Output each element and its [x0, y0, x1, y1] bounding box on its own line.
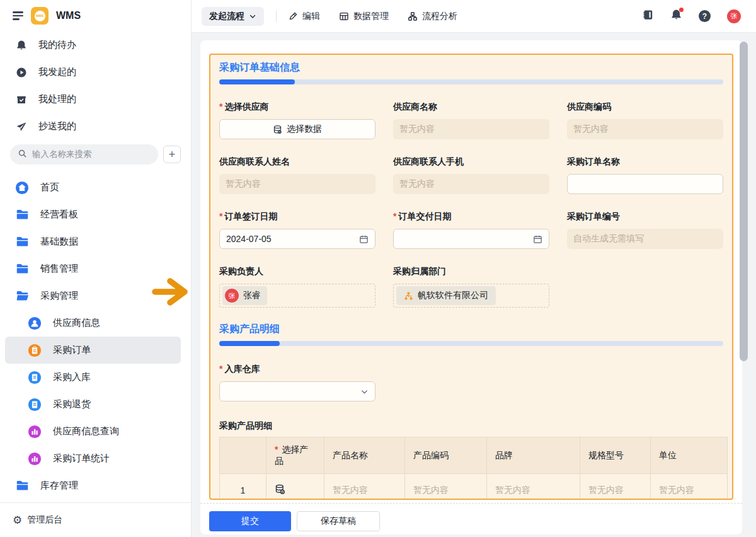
user-circle-icon — [28, 316, 42, 330]
data-manage-button[interactable]: 数据管理 — [339, 11, 389, 22]
sidebar-header: WMS WMS — [0, 0, 191, 32]
sidebar-item-label: 供应商信息 — [53, 317, 100, 329]
department-picker[interactable]: 帆软软件有限公司 — [393, 284, 549, 308]
sidebar-item-label: 我的待办 — [38, 39, 76, 51]
brand-title: WMS — [56, 10, 81, 21]
process-analysis-button[interactable]: 流程分析 — [408, 11, 457, 22]
bar-chart-icon — [28, 425, 42, 439]
col-product-name: 产品名称 — [324, 437, 405, 474]
pencil-icon — [289, 11, 298, 21]
folder-icon — [15, 208, 29, 222]
col-label: 选择产品 — [275, 444, 308, 466]
sidebar-item-purchase-order[interactable]: 采购订单 — [5, 337, 181, 364]
col-select-product: * 选择产品 — [266, 437, 324, 474]
sidebar: WMS WMS 我的待办 我发起的 我处理的 抄送我的 输入名称来搜索 + 首页… — [0, 0, 192, 537]
required-asterisk: * — [219, 101, 222, 112]
field-supplier-select: *选择供应商 选择数据 — [219, 101, 375, 139]
bell-icon — [15, 39, 27, 51]
calendar-icon — [359, 234, 369, 244]
sidebar-item-supplier-query[interactable]: 供应商信息查询 — [5, 418, 181, 445]
col-product-code: 产品编码 — [405, 437, 487, 474]
menu-collapse-icon[interactable] — [13, 9, 23, 22]
product-detail-table: * 选择产品 产品名称 产品编码 品牌 规格型号 单位 1 暂无内容 暂无内容 … — [219, 437, 728, 500]
delivery-date-input[interactable] — [393, 229, 549, 249]
clipboard-icon — [28, 344, 42, 357]
select-data-button[interactable]: 选择数据 — [219, 119, 375, 139]
field-sign-date: *订单签订日期 2024-07-05 — [219, 211, 375, 249]
purchaser-tag: 张 张睿 — [222, 286, 267, 305]
warehouse-select[interactable] — [219, 381, 375, 401]
table-grid-icon — [339, 11, 349, 21]
product-code-cell: 暂无内容 — [405, 474, 487, 500]
required-asterisk: * — [275, 444, 278, 454]
sidebar-item-inventory-mgmt[interactable]: 库存管理 — [5, 472, 181, 499]
field-label: 选择供应商 — [224, 101, 268, 113]
field-label: 采购负责人 — [219, 266, 263, 277]
folder-icon — [15, 479, 29, 493]
purchaser-picker[interactable]: 张 张睿 — [219, 284, 375, 308]
admin-backend-label: 管理后台 — [27, 514, 62, 526]
unit-cell: 暂无内容 — [651, 474, 728, 500]
sidebar-item-label: 首页 — [40, 182, 59, 193]
save-draft-button[interactable]: 保存草稿 — [297, 511, 380, 531]
edit-button[interactable]: 编辑 — [289, 11, 320, 22]
notification-bell-icon[interactable] — [670, 9, 682, 23]
chevron-down-icon — [249, 13, 256, 20]
sidebar-item-my-initiated[interactable]: 我发起的 — [0, 59, 191, 86]
play-circle-icon — [15, 66, 27, 78]
sidebar-item-purchase-inbound[interactable]: 采购入库 — [5, 364, 181, 391]
field-contact-name: 供应商联系人姓名 暂无内容 — [219, 156, 375, 194]
submit-button[interactable]: 提交 — [209, 511, 291, 531]
calendar-icon — [533, 234, 542, 244]
table-row: 1 暂无内容 暂无内容 暂无内容 暂无内容 暂无内容 — [220, 474, 728, 500]
sidebar-item-label: 抄送我的 — [38, 120, 76, 132]
sidebar-item-my-processed[interactable]: 我处理的 — [0, 86, 191, 113]
sidebar-item-label: 我处理的 — [38, 93, 76, 105]
order-name-input[interactable] — [567, 174, 723, 194]
sidebar-item-base-data[interactable]: 基础数据 — [5, 228, 181, 255]
admin-backend-link[interactable]: ⚙ 管理后台 — [0, 502, 191, 537]
sidebar-menu: 首页 经营看板 基础数据 销售管理 采购管理 供应商信息 采购订单 采购入库 — [0, 169, 191, 502]
field-label: 供应商联系人姓名 — [219, 156, 290, 168]
vertical-scrollbar[interactable] — [740, 42, 748, 361]
supplier-name-input: 暂无内容 — [393, 119, 549, 139]
database-select-icon — [275, 484, 285, 495]
sidebar-item-my-todo[interactable]: 我的待办 — [0, 32, 191, 59]
field-label: 采购订单名称 — [567, 156, 620, 168]
folder-icon — [15, 235, 29, 249]
field-order-no: 采购订单编号 自动生成无需填写 — [567, 211, 723, 249]
sign-date-input[interactable]: 2024-07-05 — [219, 229, 375, 249]
user-avatar[interactable]: 张 — [727, 9, 741, 23]
wms-logo: WMS — [31, 7, 49, 25]
sidebar-item-label: 采购订单统计 — [53, 453, 110, 465]
task-check-icon — [15, 93, 27, 105]
process-analysis-label: 流程分析 — [422, 11, 457, 22]
sidebar-item-supplier-info[interactable]: 供应商信息 — [5, 309, 181, 337]
search-input[interactable]: 输入名称来搜索 — [10, 144, 158, 165]
add-button[interactable]: + — [163, 146, 181, 163]
sidebar-item-home[interactable]: 首页 — [5, 174, 181, 201]
notification-dot — [679, 8, 684, 12]
main-area: 发起流程 编辑 数据管理 流程分析 ? 张 — [192, 0, 756, 537]
field-label: 采购归属部门 — [393, 266, 446, 277]
brand-cell: 暂无内容 — [487, 474, 580, 500]
field-label: 供应商编码 — [567, 101, 611, 113]
sidebar-item-business-board[interactable]: 经营看板 — [5, 201, 181, 228]
search-placeholder: 输入名称来搜索 — [32, 149, 92, 160]
field-supplier-name: 供应商名称 暂无内容 — [393, 101, 549, 139]
sidebar-item-order-stats[interactable]: 采购订单统计 — [5, 445, 181, 472]
database-icon — [273, 125, 282, 134]
sidebar-item-purchase-return[interactable]: 采购退货 — [5, 391, 181, 418]
contact-name-input: 暂无内容 — [219, 174, 375, 194]
sidebar-item-cc-me[interactable]: 抄送我的 — [0, 113, 191, 140]
progress-bar-detail — [219, 341, 723, 346]
start-process-button[interactable]: 发起流程 — [202, 7, 264, 26]
help-icon[interactable]: ? — [699, 10, 711, 22]
home-icon — [15, 181, 29, 195]
folder-icon — [15, 262, 29, 276]
purchaser-avatar: 张 — [225, 289, 239, 303]
select-product-cell[interactable] — [266, 474, 324, 500]
field-label: 订单签订日期 — [224, 211, 277, 222]
notebook-icon[interactable] — [642, 9, 654, 23]
col-brand: 品牌 — [487, 437, 580, 474]
